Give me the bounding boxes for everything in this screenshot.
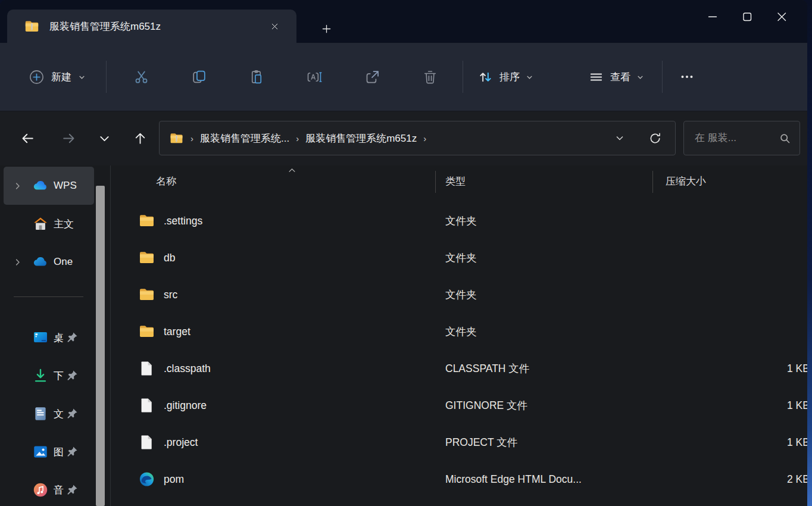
sidebar-item-label: 图: [54, 445, 64, 459]
folder-icon: [138, 213, 155, 230]
search-icon[interactable]: [779, 132, 791, 145]
navigation-pane: WPS主文One桌下文图音: [0, 165, 111, 506]
breadcrumb-separator: ›: [296, 133, 299, 143]
chevron-down-icon: [526, 73, 533, 81]
file-type: CLASSPATH 文件: [445, 361, 529, 376]
new-tab-button[interactable]: [317, 19, 336, 38]
titlebar: 服装销售管理系统m651z: [0, 0, 807, 43]
rename-button[interactable]: [302, 65, 326, 89]
trash-icon: [421, 68, 439, 86]
maximize-button[interactable]: [730, 5, 764, 29]
file-icon: [138, 434, 155, 451]
new-button-label: 新建: [51, 70, 71, 84]
sidebar-item-label: 主文: [54, 217, 74, 231]
sidebar-item-label: 文: [54, 407, 64, 421]
recent-locations-button[interactable]: [91, 125, 117, 151]
sidebar-item-pictures[interactable]: 图: [4, 433, 94, 471]
sort-button[interactable]: 排序: [470, 64, 541, 90]
sidebar-item-desktop[interactable]: 桌: [4, 318, 94, 357]
paste-button[interactable]: [245, 65, 268, 89]
more-options-button[interactable]: [673, 65, 701, 89]
column-divider[interactable]: [435, 171, 436, 193]
file-row[interactable]: .projectPROJECT 文件1 KB: [111, 424, 807, 461]
file-name: target: [164, 326, 190, 338]
file-type: GITIGNORE 文件: [445, 398, 527, 413]
file-type: 文件夹: [445, 288, 477, 302]
close-button[interactable]: [764, 5, 799, 29]
chevron-down-icon: [636, 73, 644, 81]
minimize-button[interactable]: [695, 5, 730, 29]
share-button[interactable]: [360, 65, 384, 89]
column-header-size[interactable]: 压缩大小: [666, 174, 706, 188]
up-button[interactable]: [127, 125, 153, 151]
file-type: Microsoft Edge HTML Docu...: [445, 473, 582, 486]
sidebar-item-onedrive[interactable]: One: [4, 243, 94, 281]
paste-icon: [248, 68, 266, 86]
column-divider[interactable]: [652, 171, 653, 193]
chevron-right-icon[interactable]: [13, 258, 22, 267]
chevron-down-icon: [97, 131, 112, 146]
file-name: db: [164, 252, 175, 264]
copy-icon: [190, 68, 208, 86]
pin-icon: [65, 407, 79, 420]
search-box[interactable]: [683, 121, 800, 155]
explorer-tab[interactable]: 服装销售管理系统m651z: [7, 10, 296, 43]
file-row[interactable]: .settings文件夹: [111, 202, 807, 239]
music-icon: [32, 482, 49, 498]
folder-icon: [138, 286, 155, 304]
file-list-pane: 名称 类型 压缩大小 .settings文件夹db文件夹src文件夹target…: [111, 165, 807, 506]
sort-arrows-icon: [477, 69, 494, 85]
file-row[interactable]: target文件夹: [111, 313, 807, 350]
file-row[interactable]: db文件夹: [111, 239, 807, 276]
new-button[interactable]: 新建: [21, 64, 93, 90]
column-header-type[interactable]: 类型: [445, 174, 466, 188]
view-button-label: 查看: [610, 70, 630, 84]
sidebar-item-label: WPS: [54, 180, 77, 192]
breadcrumb-parent[interactable]: 服装销售管理系统...: [200, 132, 289, 145]
arrow-left-icon: [20, 131, 35, 146]
sort-ascending-icon: [287, 165, 297, 178]
arrow-up-icon: [133, 131, 148, 146]
copy-button[interactable]: [187, 65, 211, 89]
file-row[interactable]: src文件夹: [111, 276, 807, 313]
chevron-right-icon[interactable]: [13, 182, 22, 190]
view-lines-icon: [588, 69, 604, 85]
file-size: 1 KB: [787, 399, 807, 412]
navigation-bar: › 服装销售管理系统... › 服装销售管理系统m651z ›: [0, 111, 807, 165]
column-header-name[interactable]: 名称: [156, 174, 176, 188]
sidebar-scrollbar-thumb[interactable]: [96, 186, 105, 506]
documents-icon: [32, 405, 49, 422]
arrow-right-icon: [61, 131, 76, 146]
explorer-window: 服装销售管理系统m651z: [0, 0, 807, 506]
share-icon: [364, 68, 381, 86]
sidebar-item-documents[interactable]: 文: [4, 395, 94, 433]
back-button[interactable]: [14, 125, 40, 151]
tab-close-icon[interactable]: [266, 17, 283, 35]
file-icon: [138, 360, 155, 377]
plus-circle-icon: [29, 69, 45, 85]
pin-icon: [65, 331, 79, 344]
file-row[interactable]: .classpathCLASSPATH 文件1 KB: [111, 350, 807, 387]
sidebar-item-music[interactable]: 音: [4, 471, 94, 506]
view-button[interactable]: 查看: [581, 64, 651, 90]
delete-button[interactable]: [418, 65, 442, 89]
sidebar-item-home[interactable]: 主文: [4, 205, 94, 243]
pin-icon: [65, 483, 79, 496]
zip-folder-icon: [24, 18, 40, 35]
refresh-button[interactable]: [648, 132, 662, 145]
file-row[interactable]: .gitignoreGITIGNORE 文件1 KB: [111, 387, 807, 424]
search-input[interactable]: [694, 132, 779, 145]
file-size: 2 KB: [787, 473, 807, 486]
chevron-down-icon: [78, 73, 86, 81]
address-dropdown-button[interactable]: [615, 133, 624, 143]
sidebar-item-wps-cloud[interactable]: WPS: [4, 167, 94, 205]
breadcrumb-current[interactable]: 服装销售管理系统m651z: [305, 132, 417, 145]
address-bar[interactable]: › 服装销售管理系统... › 服装销售管理系统m651z ›: [159, 121, 676, 155]
downloads-icon: [32, 367, 49, 384]
file-row[interactable]: pomMicrosoft Edge HTML Docu...2 KB: [111, 461, 807, 498]
cut-button[interactable]: [129, 65, 153, 89]
file-name: pom: [164, 473, 184, 486]
sidebar-item-downloads[interactable]: 下: [4, 357, 94, 395]
forward-button[interactable]: [55, 125, 82, 151]
onedrive-icon: [32, 254, 49, 270]
